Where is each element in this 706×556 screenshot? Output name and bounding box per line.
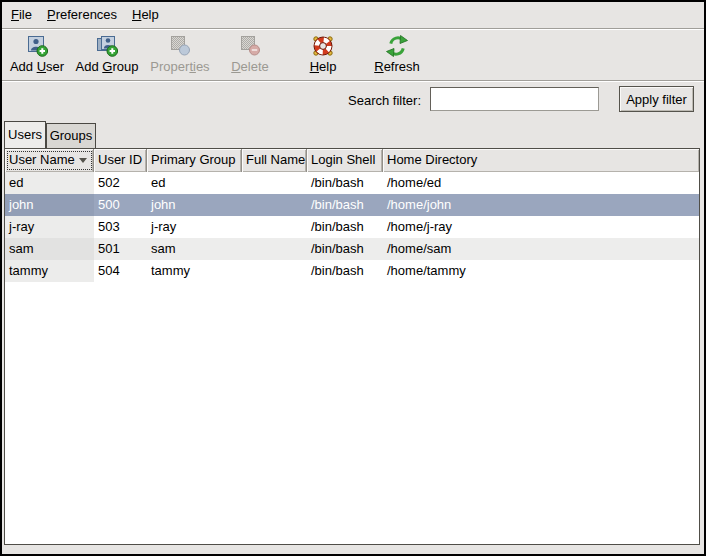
- properties-button: Properties: [146, 34, 214, 78]
- refresh-label: Refresh: [363, 59, 431, 74]
- table-cell: 503: [94, 216, 147, 238]
- table-row[interactable]: sam 501 sam /bin/bash /home/sam: [5, 238, 699, 260]
- add-user-label: Add User: [3, 59, 71, 74]
- column-header-login-shell[interactable]: Login Shell: [307, 149, 383, 172]
- delete-label: Delete: [216, 59, 284, 74]
- menu-item-help[interactable]: Help: [129, 2, 162, 28]
- menu-item-file[interactable]: File: [8, 2, 35, 28]
- properties-icon: [168, 34, 192, 58]
- user-manager-window: File Preferences Help Add User: [0, 0, 706, 556]
- table-cell: tammy: [5, 260, 94, 282]
- table-row[interactable]: j-ray 503 j-ray /bin/bash /home/j-ray: [5, 216, 699, 238]
- delete-button: Delete: [216, 34, 284, 78]
- search-filter-label: Search filter:: [252, 93, 421, 108]
- table-cell: /home/j-ray: [383, 216, 699, 238]
- table-cell: ed: [147, 172, 242, 194]
- add-group-label: Add Group: [73, 59, 141, 74]
- table-cell: [242, 260, 307, 282]
- tab-groups[interactable]: Groups: [46, 123, 96, 148]
- table-cell: /bin/bash: [307, 216, 383, 238]
- table-cell: /bin/bash: [307, 194, 383, 216]
- add-group-icon: [95, 34, 119, 58]
- table-cell: sam: [147, 238, 242, 260]
- table-cell: /home/sam: [383, 238, 699, 260]
- table-cell: [242, 238, 307, 260]
- column-header-user-id[interactable]: User ID: [94, 149, 147, 172]
- table-cell: j-ray: [5, 216, 94, 238]
- help-label: Help: [289, 59, 357, 74]
- table-cell: 502: [94, 172, 147, 194]
- table-cell: [242, 216, 307, 238]
- table-cell: [242, 172, 307, 194]
- delete-icon: [238, 34, 262, 58]
- table-cell: john: [5, 194, 94, 216]
- table-cell: /home/tammy: [383, 260, 699, 282]
- table-cell: ed: [5, 172, 94, 194]
- table-cell: j-ray: [147, 216, 242, 238]
- add-user-icon: [25, 34, 49, 58]
- table-cell: tammy: [147, 260, 242, 282]
- column-header-home-directory[interactable]: Home Directory: [383, 149, 699, 172]
- table-cell: [242, 194, 307, 216]
- menu-item-preferences[interactable]: Preferences: [44, 2, 120, 28]
- add-group-button[interactable]: Add Group: [73, 34, 141, 78]
- menubar: File Preferences Help: [2, 2, 704, 29]
- table-cell: sam: [5, 238, 94, 260]
- tab-users[interactable]: Users: [4, 121, 46, 148]
- table-cell: /bin/bash: [307, 238, 383, 260]
- users-table: User Name User ID Primary Group Full Nam…: [4, 148, 700, 545]
- column-header-user-name[interactable]: User Name: [5, 149, 94, 172]
- help-button[interactable]: Help: [289, 34, 357, 78]
- table-cell: /home/john: [383, 194, 699, 216]
- table-cell: 500: [94, 194, 147, 216]
- table-header: User Name User ID Primary Group Full Nam…: [5, 149, 699, 172]
- apply-filter-button[interactable]: Apply filter: [619, 86, 694, 112]
- table-cell: 504: [94, 260, 147, 282]
- properties-label: Properties: [146, 59, 214, 74]
- table-row[interactable]: tammy 504 tammy /bin/bash /home/tammy: [5, 260, 699, 282]
- search-filter-input[interactable]: [430, 87, 599, 111]
- table-cell: /bin/bash: [307, 172, 383, 194]
- add-user-button[interactable]: Add User: [3, 34, 71, 78]
- sort-descending-icon: [79, 158, 87, 163]
- toolbar: Add User Add Group: [2, 30, 704, 81]
- table-cell: 501: [94, 238, 147, 260]
- table-cell: john: [147, 194, 242, 216]
- refresh-button[interactable]: Refresh: [363, 34, 431, 78]
- table-row[interactable]: ed 502 ed /bin/bash /home/ed: [5, 172, 699, 194]
- refresh-icon: [385, 34, 409, 58]
- table-row-selected[interactable]: john 500 john /bin/bash /home/john: [5, 194, 699, 216]
- help-icon: [311, 34, 335, 58]
- table-cell: /bin/bash: [307, 260, 383, 282]
- column-header-full-name[interactable]: Full Name: [242, 149, 307, 172]
- table-cell: /home/ed: [383, 172, 699, 194]
- column-header-primary-group[interactable]: Primary Group: [147, 149, 242, 172]
